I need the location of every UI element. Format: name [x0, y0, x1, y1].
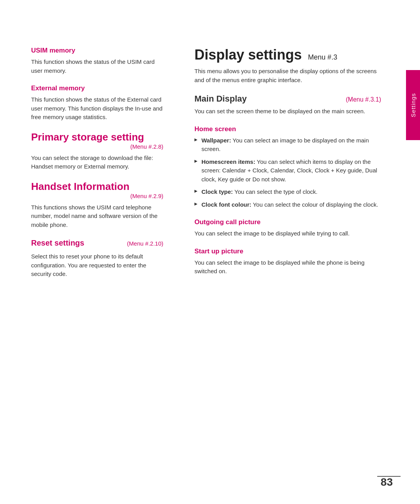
clock-font-colour-term: Clock font colour: — [201, 201, 251, 208]
usim-memory-body: This function shows the status of the US… — [31, 58, 163, 75]
page-container: USIM memory This function shows the stat… — [0, 0, 420, 504]
home-screen-bullet-list: Wallpaper: You can select an image to be… — [194, 136, 381, 209]
start-up-picture-heading: Start up picture — [194, 248, 381, 255]
display-settings-title: Display settings — [194, 47, 302, 63]
main-display-body: You can set the screen theme to be displ… — [194, 107, 381, 116]
main-display-heading: Main Display — [194, 94, 247, 104]
sidebar-tab: Settings — [406, 70, 420, 140]
display-settings-section: Display settings Menu #.3 This menu allo… — [194, 47, 381, 84]
usim-memory-section: USIM memory This function shows the stat… — [31, 47, 163, 75]
home-screen-section: Home screen Wallpaper: You can select an… — [194, 125, 381, 209]
page-number: 83 — [381, 476, 393, 488]
wallpaper-term: Wallpaper: — [201, 137, 231, 144]
display-settings-intro: This menu allows you to personalise the … — [194, 67, 381, 84]
handset-information-menu: (Menu #.2.9) — [31, 193, 163, 199]
handset-information-heading: Handset Information — [31, 181, 163, 193]
external-memory-section: External memory This function shows the … — [31, 84, 163, 122]
primary-storage-menu: (Menu #.2.8) — [31, 143, 163, 150]
usim-memory-heading: USIM memory — [31, 47, 163, 54]
outgoing-call-heading: Outgoing call picture — [194, 218, 381, 226]
primary-storage-body: You can select the storage to download t… — [31, 154, 163, 171]
bullet-clock-font-colour: Clock font colour: You can select the co… — [194, 200, 381, 209]
handset-information-body: This functions shows the USIM card telep… — [31, 203, 163, 230]
start-up-picture-section: Start up picture You can select the imag… — [194, 248, 381, 276]
reset-settings-menu: (Menu #.2.10) — [127, 240, 163, 247]
bullet-wallpaper: Wallpaper: You can select an image to be… — [194, 136, 381, 154]
home-screen-heading: Home screen — [194, 125, 381, 133]
main-display-menu: (Menu #.3.1) — [346, 96, 381, 103]
primary-storage-section: Primary storage setting (Menu #.2.8) You… — [31, 131, 163, 171]
outgoing-call-body: You can select the image to be displayed… — [194, 229, 381, 238]
left-column: USIM memory This function shows the stat… — [0, 0, 179, 504]
reset-settings-header-row: Reset settings (Menu #.2.10) — [31, 239, 163, 251]
reset-settings-body: Select this to reset your phone to its d… — [31, 252, 163, 279]
bullet-clock-type: Clock type: You can select the type of c… — [194, 188, 381, 197]
clock-type-term: Clock type: — [201, 188, 233, 195]
reset-settings-section: Reset settings (Menu #.2.10) Select this… — [31, 239, 163, 279]
display-settings-menu: Menu #.3 — [308, 53, 337, 61]
bullet-homescreen-items: Homescreen items: You can select which i… — [194, 158, 381, 184]
display-settings-heading-row: Display settings Menu #.3 — [194, 47, 381, 63]
homescreen-items-term: Homescreen items: — [201, 158, 255, 165]
reset-settings-heading: Reset settings — [31, 239, 84, 248]
clock-font-colour-text: You can select the colour of displaying … — [253, 201, 378, 208]
main-display-header-row: Main Display (Menu #.3.1) — [194, 94, 381, 105]
sidebar-tab-label: Settings — [410, 93, 416, 117]
main-display-section: Main Display (Menu #.3.1) You can set th… — [194, 94, 381, 116]
clock-type-text: You can select the type of clock. — [234, 188, 318, 195]
start-up-picture-body: You can select the image to be displayed… — [194, 258, 381, 276]
primary-storage-heading: Primary storage setting — [31, 131, 163, 143]
external-memory-heading: External memory — [31, 84, 163, 92]
outgoing-call-section: Outgoing call picture You can select the… — [194, 218, 381, 238]
external-memory-body: This function shows the status of the Ex… — [31, 95, 163, 122]
right-column: Display settings Menu #.3 This menu allo… — [179, 0, 404, 504]
handset-information-section: Handset Information (Menu #.2.9) This fu… — [31, 181, 163, 230]
